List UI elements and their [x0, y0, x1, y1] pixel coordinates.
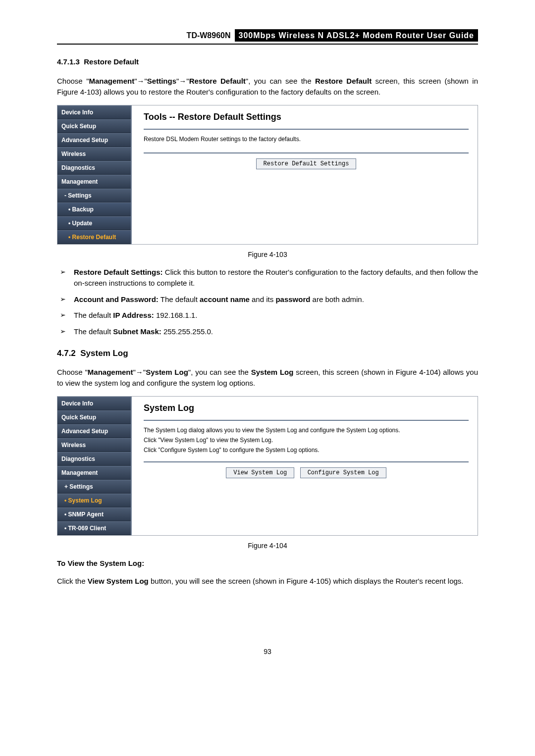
- doc-title: 300Mbps Wireless N ADSL2+ Modem Router U…: [235, 29, 478, 42]
- divider: [144, 129, 469, 130]
- nav-snmp-agent[interactable]: • SNMP Agent: [57, 507, 131, 521]
- sidebar-nav: Device Info Quick Setup Advanced Setup W…: [57, 397, 132, 535]
- section-paragraph-restore: Choose "Management"→"Settings"→"Restore …: [57, 76, 478, 98]
- bullet-subnet-mask: The default Subnet Mask: 255.255.255.0.: [57, 326, 478, 338]
- panel-title: System Log: [144, 402, 469, 415]
- panel-title: Tools -- Restore Default Settings: [144, 110, 469, 124]
- nav-wireless[interactable]: Wireless: [57, 438, 131, 452]
- page-number: 93: [57, 647, 478, 657]
- nav-system-log[interactable]: • System Log: [57, 494, 131, 507]
- document-header: TD-W8960N300Mbps Wireless N ADSL2+ Modem…: [57, 30, 478, 45]
- bullet-account-password: Account and Password: The default accoun…: [57, 294, 478, 305]
- divider: [144, 420, 469, 421]
- nav-diagnostics[interactable]: Diagnostics: [57, 452, 131, 466]
- nav-advanced-setup[interactable]: Advanced Setup: [57, 424, 131, 438]
- nav-management[interactable]: Management: [57, 175, 131, 189]
- sidebar-nav: Device Info Quick Setup Advanced Setup W…: [57, 105, 132, 244]
- paragraph-view-system-log: Click the View System Log button, you wi…: [57, 576, 478, 587]
- nav-wireless[interactable]: Wireless: [57, 147, 131, 161]
- section-number: 4.7.2: [57, 349, 76, 358]
- nav-device-info[interactable]: Device Info: [57, 105, 131, 119]
- panel-text: Restore DSL Modem Router settings to the…: [144, 135, 469, 144]
- section-number: 4.7.1.3: [57, 57, 80, 66]
- nav-settings[interactable]: + Settings: [57, 480, 131, 494]
- nav-management[interactable]: Management: [57, 466, 131, 480]
- nav-settings[interactable]: - Settings: [57, 189, 131, 202]
- panel-restore-default: Tools -- Restore Default Settings Restor…: [132, 105, 478, 244]
- figure-system-log-screenshot: Device Info Quick Setup Advanced Setup W…: [57, 396, 478, 536]
- nav-restore-default[interactable]: • Restore Default: [57, 230, 131, 244]
- figure-caption: Figure 4-103: [57, 250, 478, 260]
- section-heading-restore-default: 4.7.1.3 Restore Default: [57, 56, 478, 68]
- configure-system-log-button[interactable]: Configure System Log: [300, 467, 386, 478]
- nav-diagnostics[interactable]: Diagnostics: [57, 161, 131, 175]
- bullet-ip-address: The default IP Address: 192.168.1.1.: [57, 310, 478, 321]
- nav-quick-setup[interactable]: Quick Setup: [57, 119, 131, 133]
- divider: [144, 461, 469, 462]
- figure-caption: Figure 4-104: [57, 541, 478, 551]
- nav-tr069-client[interactable]: • TR-069 Client: [57, 521, 131, 535]
- nav-backup[interactable]: • Backup: [57, 202, 131, 216]
- section-paragraph-syslog: Choose "Management"→"System Log", you ca…: [57, 367, 478, 389]
- nav-quick-setup[interactable]: Quick Setup: [57, 410, 131, 424]
- button-row: Restore Default Settings: [144, 158, 469, 169]
- view-system-log-button[interactable]: View System Log: [226, 467, 294, 478]
- arrow-icon: →: [179, 77, 186, 85]
- section-title: System Log: [80, 349, 128, 358]
- section-title: Restore Default: [84, 57, 139, 66]
- divider: [144, 152, 469, 153]
- arrow-icon: →: [137, 77, 145, 85]
- nav-device-info[interactable]: Device Info: [57, 397, 131, 410]
- bullet-list-restore: Restore Default Settings: Click this but…: [57, 267, 478, 338]
- nav-advanced-setup[interactable]: Advanced Setup: [57, 133, 131, 147]
- panel-text: Click "Configure System Log" to configur…: [144, 446, 469, 454]
- nav-update[interactable]: • Update: [57, 216, 131, 230]
- arrow-icon: →: [136, 368, 143, 376]
- bullet-restore-default: Restore Default Settings: Click this but…: [57, 267, 478, 289]
- restore-default-button[interactable]: Restore Default Settings: [256, 158, 357, 169]
- subheading-view-system-log: To View the System Log:: [57, 558, 478, 569]
- panel-system-log: System Log The System Log dialog allows …: [132, 397, 478, 535]
- button-row: View System Log Configure System Log: [144, 467, 469, 478]
- panel-text: The System Log dialog allows you to view…: [144, 426, 469, 435]
- section-heading-system-log: 4.7.2 System Log: [57, 347, 478, 360]
- model-number: TD-W8960N: [187, 31, 235, 40]
- panel-text: Click "View System Log" to view the Syst…: [144, 436, 469, 445]
- figure-restore-default-screenshot: Device Info Quick Setup Advanced Setup W…: [57, 105, 478, 245]
